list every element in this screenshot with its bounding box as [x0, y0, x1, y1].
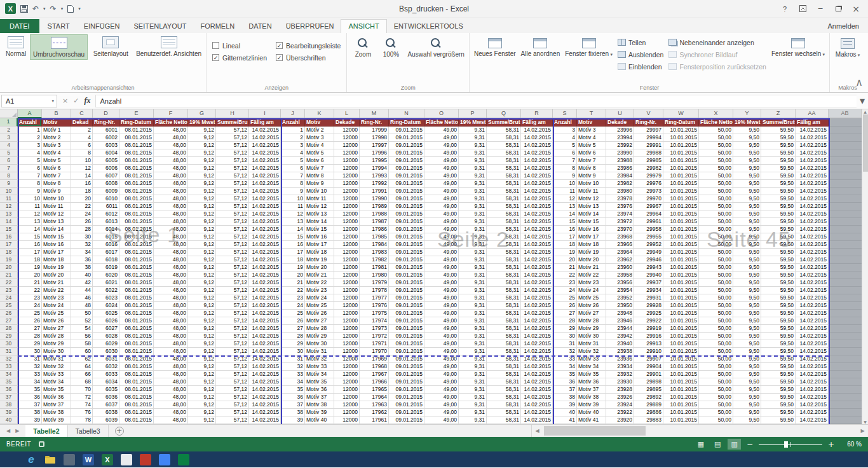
cell-C15[interactable]: 28: [71, 226, 93, 233]
cell-F6[interactable]: 48,00: [154, 157, 188, 165]
cell-P4[interactable]: 9,31: [459, 142, 487, 149]
cell-J13[interactable]: 12: [281, 210, 305, 218]
cell-I30[interactable]: 14.02.2015: [249, 340, 281, 348]
cell-Y11[interactable]: 9,50: [733, 195, 761, 203]
cell-A23[interactable]: 22: [18, 287, 42, 294]
cell-X9[interactable]: 50,00: [699, 180, 733, 188]
cell-U30[interactable]: 23940: [606, 340, 634, 348]
cell-H19[interactable]: 57,12: [216, 256, 249, 264]
cell-B33[interactable]: Motiv 32: [42, 363, 71, 371]
cell-W34[interactable]: 10.01.2015: [663, 371, 699, 378]
cell-R38[interactable]: 14.02.2015: [521, 401, 553, 409]
auto-page-break-line[interactable]: [18, 355, 829, 357]
normal-view-button[interactable]: Normal: [2, 34, 30, 59]
column-header-H[interactable]: H: [216, 109, 249, 118]
cell-N13[interactable]: 09.01.2015: [389, 210, 424, 218]
cell-K4[interactable]: Motiv 4: [305, 142, 334, 149]
cell-O26[interactable]: 49,00: [424, 310, 459, 317]
cell-B28[interactable]: Motiv 27: [42, 325, 71, 333]
cell-A39[interactable]: 38: [18, 409, 42, 416]
cell-AA36[interactable]: 14.02.2015: [796, 386, 829, 394]
cell-V23[interactable]: 29934: [634, 287, 663, 294]
cell-J8[interactable]: 7: [281, 172, 305, 180]
cell-AA14[interactable]: 14.02.2015: [796, 218, 829, 226]
cell-K20[interactable]: Motiv 20: [305, 264, 334, 272]
cell-I6[interactable]: 14.02.2015: [249, 157, 281, 165]
start-button[interactable]: [6, 454, 18, 465]
cell-P21[interactable]: 9,31: [459, 272, 487, 279]
cell-N36[interactable]: 09.01.2015: [389, 386, 424, 394]
column-header-R[interactable]: R: [521, 109, 553, 118]
cell-G9[interactable]: 9,12: [188, 180, 216, 188]
cell-O33[interactable]: 49,00: [424, 363, 459, 371]
cell-D19[interactable]: 6018: [93, 256, 119, 264]
cell-outside-print-area[interactable]: [829, 195, 862, 203]
cell-X23[interactable]: 50,00: [699, 287, 733, 294]
enter-button[interactable]: ✓: [73, 97, 79, 105]
cell-I37[interactable]: 14.02.2015: [249, 394, 281, 401]
cell-M25[interactable]: 17976: [360, 302, 389, 310]
cell-X10[interactable]: 50,00: [699, 188, 733, 195]
cell-I17[interactable]: 14.02.2015: [249, 241, 281, 249]
cell-G33[interactable]: 9,12: [188, 363, 216, 371]
cell-X12[interactable]: 50,00: [699, 203, 733, 210]
cell-G6[interactable]: 9,12: [188, 157, 216, 165]
cell-G22[interactable]: 9,12: [188, 279, 216, 287]
cell-F12[interactable]: 48,00: [154, 203, 188, 210]
cell-U40[interactable]: 23920: [606, 416, 634, 424]
cell-C17[interactable]: 32: [71, 241, 93, 249]
minimize-button[interactable]: ─: [812, 3, 829, 15]
cell-B4[interactable]: Motiv 3: [42, 142, 71, 149]
cell-outside-print-area[interactable]: [829, 218, 862, 226]
cell-F19[interactable]: 48,00: [154, 256, 188, 264]
column-header-W[interactable]: W: [663, 109, 699, 118]
insert-function-button[interactable]: fx: [84, 96, 90, 106]
expand-formula-bar-icon[interactable]: ▾: [857, 95, 868, 107]
cell-H30[interactable]: 57,12: [216, 340, 249, 348]
cell-R39[interactable]: 14.02.2015: [521, 409, 553, 416]
cell-H4[interactable]: 57,12: [216, 142, 249, 149]
cell-I35[interactable]: 14.02.2015: [249, 378, 281, 386]
cell-J40[interactable]: 39: [281, 416, 305, 424]
cell-L3[interactable]: 12000: [334, 134, 360, 142]
row-header-33[interactable]: 33: [0, 363, 18, 371]
cell-L20[interactable]: 12000: [334, 264, 360, 272]
cell-K21[interactable]: Motiv 21: [305, 272, 334, 279]
cell-K9[interactable]: Motiv 9: [305, 180, 334, 188]
cell-C25[interactable]: 48: [71, 302, 93, 310]
cell-B10[interactable]: Motiv 9: [42, 188, 71, 195]
cell-E40[interactable]: 08.01.2015: [119, 416, 154, 424]
cell-P8[interactable]: 9,31: [459, 172, 487, 180]
cell-N31[interactable]: 09.01.2015: [389, 348, 424, 355]
cell-J18[interactable]: 17: [281, 249, 305, 256]
cell-B21[interactable]: Motiv 20: [42, 272, 71, 279]
cell-AA40[interactable]: 14.02.2015: [796, 416, 829, 424]
cell-C29[interactable]: 56: [71, 333, 93, 340]
cell-U15[interactable]: 23970: [606, 226, 634, 233]
cell-S23[interactable]: 24: [553, 287, 577, 294]
cell-H29[interactable]: 57,12: [216, 333, 249, 340]
cell-J2[interactable]: 1: [281, 127, 305, 134]
cell-V29[interactable]: 29916: [634, 333, 663, 340]
cell-L39[interactable]: 12000: [334, 409, 360, 416]
row-header-27[interactable]: 27: [0, 317, 18, 325]
cell-M21[interactable]: 17980: [360, 272, 389, 279]
cell-A18[interactable]: 17: [18, 249, 42, 256]
cell-F14[interactable]: 48,00: [154, 218, 188, 226]
taskbar-app-icon-1[interactable]: [64, 454, 75, 465]
cell-J25[interactable]: 24: [281, 302, 305, 310]
cell-Q5[interactable]: 58,31: [487, 149, 521, 157]
cell-J24[interactable]: 23: [281, 294, 305, 302]
cell-K17[interactable]: Motiv 17: [305, 241, 334, 249]
cell-J37[interactable]: 36: [281, 394, 305, 401]
cell-B7[interactable]: Motiv 6: [42, 165, 71, 172]
row-header-2[interactable]: 2: [0, 127, 18, 134]
cell-B26[interactable]: Motiv 25: [42, 310, 71, 317]
cell-A38[interactable]: 37: [18, 401, 42, 409]
cell-N17[interactable]: 09.01.2015: [389, 241, 424, 249]
cell-S10[interactable]: 11: [553, 188, 577, 195]
cell-A35[interactable]: 34: [18, 378, 42, 386]
cell-O9[interactable]: 49,00: [424, 180, 459, 188]
cell-J5[interactable]: 4: [281, 149, 305, 157]
checkbox-lineal[interactable]: Lineal: [212, 39, 267, 52]
